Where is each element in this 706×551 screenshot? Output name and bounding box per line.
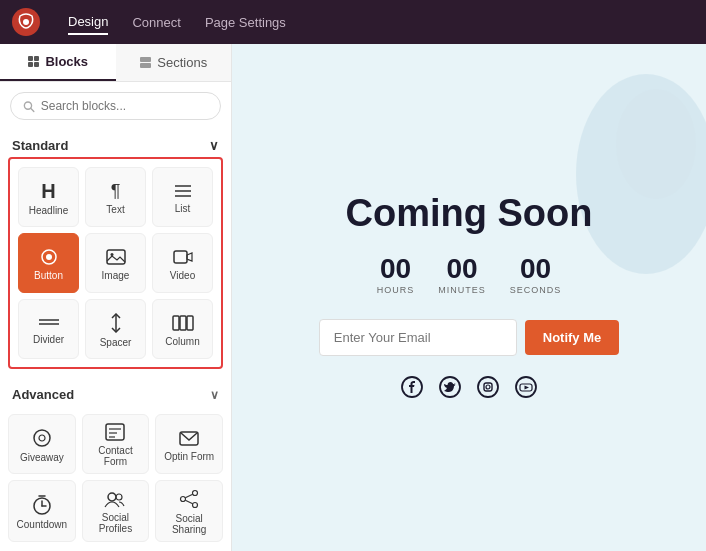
image-icon bbox=[106, 248, 126, 266]
coming-soon-card: Coming Soon 00 HOURS 00 MINUTES 00 SECON… bbox=[279, 152, 660, 443]
svg-line-41 bbox=[185, 500, 192, 504]
block-social-sharing-label: Social Sharing bbox=[160, 513, 218, 535]
svg-point-49 bbox=[491, 383, 492, 384]
notify-button[interactable]: Notify Me bbox=[525, 320, 620, 355]
seconds-value: 00 bbox=[520, 255, 551, 283]
svg-rect-2 bbox=[28, 56, 33, 61]
social-sharing-icon bbox=[179, 489, 199, 509]
app-logo bbox=[12, 8, 40, 36]
svg-line-9 bbox=[31, 108, 34, 111]
youtube-icon[interactable] bbox=[515, 376, 537, 403]
standard-blocks-grid: H Headline ¶ Text List bbox=[18, 167, 213, 359]
block-social-sharing[interactable]: Social Sharing bbox=[155, 480, 223, 542]
svg-rect-6 bbox=[140, 57, 151, 62]
block-list-label: List bbox=[175, 203, 191, 214]
nav-tab-page-settings[interactable]: Page Settings bbox=[205, 11, 286, 34]
standard-label: Standard bbox=[12, 138, 68, 153]
svg-rect-4 bbox=[28, 62, 33, 67]
advanced-section: Giveaway Contact Form bbox=[0, 408, 231, 548]
block-countdown-label: Countdown bbox=[17, 519, 68, 530]
block-social-profiles[interactable]: Social Profiles bbox=[82, 480, 150, 542]
svg-rect-47 bbox=[484, 383, 492, 391]
block-headline-label: Headline bbox=[29, 205, 68, 216]
svg-point-37 bbox=[193, 491, 198, 496]
block-spacer-label: Spacer bbox=[100, 337, 132, 348]
block-text[interactable]: ¶ Text bbox=[85, 167, 146, 227]
main-content: Blocks Sections Standard bbox=[0, 44, 706, 551]
minutes-value: 00 bbox=[446, 255, 477, 283]
list-icon bbox=[174, 183, 192, 199]
block-video[interactable]: Video bbox=[152, 233, 213, 293]
minutes-label: MINUTES bbox=[438, 285, 486, 295]
svg-point-39 bbox=[193, 503, 198, 508]
standard-section-header: Standard ∨ bbox=[0, 130, 231, 157]
block-button[interactable]: Button bbox=[18, 233, 79, 293]
block-spacer[interactable]: Spacer bbox=[85, 299, 146, 359]
svg-point-35 bbox=[108, 493, 116, 501]
twitter-icon[interactable] bbox=[439, 376, 461, 403]
svg-point-25 bbox=[39, 435, 45, 441]
button-block-icon bbox=[39, 248, 59, 266]
block-contact-form[interactable]: Contact Form bbox=[82, 414, 150, 474]
contact-form-icon bbox=[105, 423, 125, 441]
canvas-area: Coming Soon 00 HOURS 00 MINUTES 00 SECON… bbox=[232, 44, 706, 551]
nav-tab-connect[interactable]: Connect bbox=[132, 11, 180, 34]
block-countdown[interactable]: Countdown bbox=[8, 480, 76, 542]
search-icon bbox=[23, 100, 35, 113]
svg-rect-17 bbox=[174, 251, 187, 263]
svg-rect-7 bbox=[140, 63, 151, 68]
top-nav: Design Connect Page Settings bbox=[0, 0, 706, 44]
headline-icon: H bbox=[41, 181, 55, 201]
countdown-minutes: 00 MINUTES bbox=[438, 255, 486, 295]
facebook-icon[interactable] bbox=[401, 376, 423, 403]
social-profiles-icon bbox=[104, 490, 126, 508]
tab-blocks[interactable]: Blocks bbox=[0, 44, 116, 81]
block-giveaway-label: Giveaway bbox=[20, 452, 64, 463]
countdown-icon bbox=[32, 495, 52, 515]
tab-sections[interactable]: Sections bbox=[116, 44, 232, 81]
block-image[interactable]: Image bbox=[85, 233, 146, 293]
svg-rect-26 bbox=[106, 424, 124, 440]
sidebar: Blocks Sections Standard bbox=[0, 44, 232, 551]
block-button-label: Button bbox=[34, 270, 63, 281]
block-giveaway[interactable]: Giveaway bbox=[8, 414, 76, 474]
standard-blocks-section: H Headline ¶ Text List bbox=[8, 157, 223, 369]
svg-point-14 bbox=[46, 254, 52, 260]
block-column[interactable]: Column bbox=[152, 299, 213, 359]
hours-label: HOURS bbox=[377, 285, 415, 295]
svg-rect-22 bbox=[180, 316, 186, 330]
countdown-row: 00 HOURS 00 MINUTES 00 SECONDS bbox=[319, 255, 620, 295]
advanced-chevron-icon[interactable]: ∨ bbox=[210, 388, 219, 402]
advanced-blocks-grid: Giveaway Contact Form bbox=[8, 408, 223, 548]
block-video-label: Video bbox=[170, 270, 195, 281]
svg-rect-21 bbox=[173, 316, 179, 330]
standard-chevron-icon[interactable]: ∨ bbox=[209, 138, 219, 153]
email-row: Notify Me bbox=[319, 319, 620, 356]
search-input[interactable] bbox=[41, 99, 208, 113]
nav-tab-design[interactable]: Design bbox=[68, 10, 108, 35]
block-divider[interactable]: Divider bbox=[18, 299, 79, 359]
svg-point-48 bbox=[486, 385, 490, 389]
coming-soon-title: Coming Soon bbox=[319, 192, 620, 235]
optin-form-icon bbox=[179, 429, 199, 447]
block-text-label: Text bbox=[106, 204, 124, 215]
social-icons-row bbox=[319, 376, 620, 403]
svg-rect-15 bbox=[107, 250, 125, 264]
seconds-label: SECONDS bbox=[510, 285, 562, 295]
svg-point-1 bbox=[23, 19, 29, 25]
search-input-wrapper[interactable] bbox=[10, 92, 221, 120]
instagram-icon[interactable] bbox=[477, 376, 499, 403]
svg-rect-5 bbox=[34, 62, 39, 67]
countdown-hours: 00 HOURS bbox=[377, 255, 415, 295]
column-icon bbox=[172, 314, 194, 332]
email-input[interactable] bbox=[319, 319, 517, 356]
block-list[interactable]: List bbox=[152, 167, 213, 227]
spacer-icon bbox=[107, 313, 125, 333]
block-optin-form[interactable]: Optin Form bbox=[155, 414, 223, 474]
svg-point-46 bbox=[478, 377, 498, 397]
giveaway-icon bbox=[32, 428, 52, 448]
block-headline[interactable]: H Headline bbox=[18, 167, 79, 227]
search-container bbox=[0, 82, 231, 130]
block-image-label: Image bbox=[102, 270, 130, 281]
text-icon: ¶ bbox=[111, 182, 121, 200]
